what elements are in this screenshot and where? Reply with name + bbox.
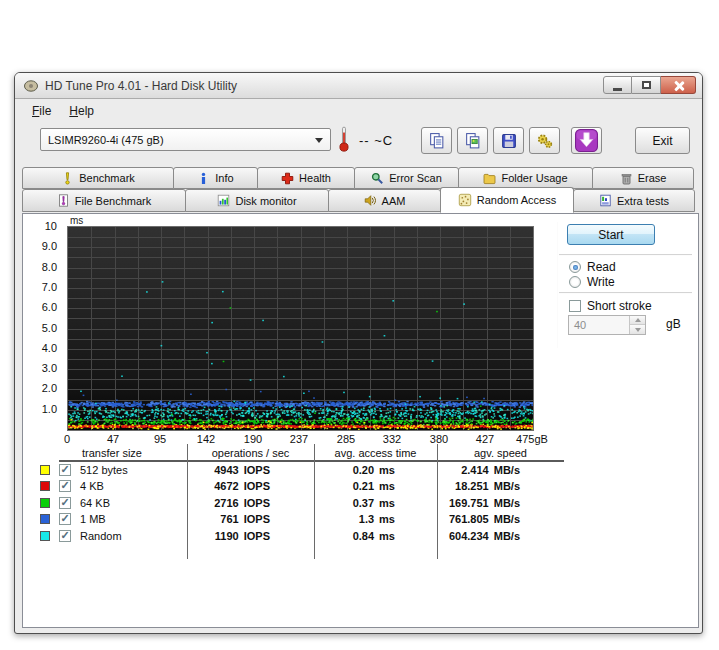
stroke-unit-label: gB [666,317,681,331]
tab-disk-monitor[interactable]: Disk monitor [185,189,329,212]
read-label: Read [587,260,616,274]
tab-aam[interactable]: AAM [328,189,441,212]
tab-erase[interactable]: Erase [592,167,694,189]
panel-divider [557,222,558,348]
tab-label: Random Access [477,194,556,206]
table-row: ✓512 bytes 4943IOPS 0.20ms 2.414MB/s [37,462,564,478]
tab-label: Folder Usage [501,172,567,184]
copy-text-button[interactable] [421,127,452,154]
check-icon: ✓ [60,497,69,507]
window-title: HD Tune Pro 4.01 - Hard Disk Utility [45,79,237,93]
col-operations: operations / sec [187,447,314,459]
series-swatch [40,481,50,491]
file-benchmark-icon [57,194,70,207]
app-icon [23,78,39,94]
download-arrow-icon [575,129,598,152]
series-swatch [40,498,50,508]
stroke-size-spinner[interactable]: 40 [568,315,646,335]
series-checkbox[interactable]: ✓ [59,513,71,525]
spinner-buttons [629,316,645,334]
app-window: HD Tune Pro 4.01 - Hard Disk Utility Fil… [14,72,703,634]
tab-label: Benchmark [79,172,135,184]
minimize-icon [613,88,622,91]
tab-folder-usage[interactable]: Folder Usage [458,167,593,189]
stroke-size-value: 40 [574,319,586,331]
separator [559,292,692,294]
tab-benchmark[interactable]: Benchmark [22,167,174,189]
tab-extra-tests[interactable]: Extra tests [573,189,695,212]
menu-file[interactable]: File [23,101,60,121]
tab-label: Disk monitor [235,195,296,207]
benchmark-icon [61,172,74,185]
spinner-down-button[interactable] [630,325,645,334]
magnifier-icon [371,172,384,185]
write-radio-row: Write [569,275,615,289]
close-button[interactable] [661,76,696,94]
tab-file-benchmark[interactable]: File Benchmark [22,189,186,212]
tab-label: Extra tests [617,195,669,207]
titlebar[interactable]: HD Tune Pro 4.01 - Hard Disk Utility [15,73,702,99]
info-icon [197,172,210,185]
close-icon [673,80,684,91]
y-axis-unit-label: ms [70,215,83,226]
tab-label: File Benchmark [75,195,151,207]
spinner-up-button[interactable] [630,316,645,325]
copy-icon [428,132,446,150]
temperature-readout: -- ~C [359,133,393,148]
tab-random-access[interactable]: Random Access [440,187,574,213]
random-access-icon [458,193,472,207]
series-swatch [40,514,50,524]
series-checkbox[interactable]: ✓ [59,497,71,509]
check-icon: ✓ [60,480,69,490]
tab-info[interactable]: Info [173,167,258,189]
tabstrip: Benchmark Info Health Err [22,166,699,212]
short-stroke-checkbox[interactable] [569,300,581,312]
series-checkbox[interactable]: ✓ [59,530,71,542]
series-swatch [40,465,50,475]
check-icon: ✓ [60,464,69,474]
header-rule [59,460,564,462]
menu-help[interactable]: Help [60,101,103,121]
tab-error-scan[interactable]: Error Scan [354,167,459,189]
save-icon [500,132,518,150]
series-checkbox[interactable]: ✓ [59,464,71,476]
folder-icon [483,172,496,185]
test-controls: Start Read Write Short stroke 40 [553,214,699,464]
trash-icon [620,172,633,185]
read-radio-row: Read [569,260,616,274]
speaker-icon [364,194,377,207]
save-button[interactable] [493,127,524,154]
health-icon [281,172,294,185]
toolbar-buttons [421,127,560,154]
exit-button[interactable]: Exit [635,127,690,154]
separator [559,254,692,256]
random-access-panel: ms 109.08.07.06.05.04.03.02.01.0 0479514… [22,213,699,628]
scatter-plot-canvas [67,226,534,431]
update-button[interactable] [571,127,602,154]
check-icon: ✓ [60,513,69,523]
copy-image-icon [464,132,482,150]
maximize-button[interactable] [632,76,661,94]
access-time-chart: ms 109.08.07.06.05.04.03.02.01.0 0479514… [23,214,568,464]
table-row: ✓64 KB 2716IOPS 0.37ms 169.751MB/s [37,495,564,511]
tab-health[interactable]: Health [257,167,355,189]
tab-label: AAM [382,195,406,207]
series-checkbox[interactable]: ✓ [59,480,71,492]
copy-image-button[interactable] [457,127,488,154]
table-row: ✓Random 1190IOPS 0.84ms 604.234MB/s [37,528,564,544]
col-access-time: avg. access time [314,447,437,459]
chevron-down-icon [315,138,323,143]
write-radio[interactable] [569,276,581,288]
minimize-button[interactable] [603,76,632,94]
arrow-up-icon [635,318,641,322]
options-button[interactable] [529,127,560,154]
toolbar: LSIMR9260-4i (475 gB) -- ~C [15,122,702,166]
col-transfer-size: transfer size [37,447,187,459]
menubar: File Help [15,99,702,122]
write-label: Write [587,275,615,289]
drive-select-dropdown[interactable]: LSIMR9260-4i (475 gB) [40,128,331,151]
calculator-icon [599,194,612,207]
arrow-down-icon [635,328,641,332]
start-button[interactable]: Start [567,224,655,245]
read-radio[interactable] [569,261,581,273]
